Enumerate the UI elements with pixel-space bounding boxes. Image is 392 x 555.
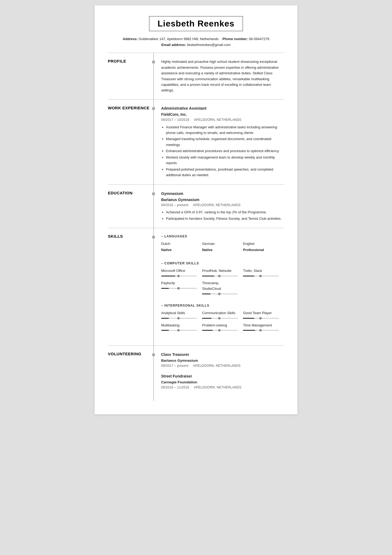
education-divider bbox=[153, 185, 154, 228]
skill-msoffice: Microsoft Office bbox=[161, 268, 202, 277]
vol-title-2: Street Fundraiser bbox=[161, 373, 284, 379]
skill-team-player-bar bbox=[243, 317, 279, 319]
skill-team-player-name: Good Team Player bbox=[243, 310, 279, 316]
skill-time-management-name: Time Management bbox=[243, 323, 279, 328]
skill-problem-solving-bar bbox=[202, 329, 238, 332]
skill-analytical-bar bbox=[161, 317, 197, 319]
skill-dutch: Dutch Native bbox=[161, 241, 202, 253]
vol-meta-2: 09/2016 – 11/2016 APELDOORN, NETHERLANDS bbox=[161, 385, 284, 390]
skill-paylocity-bar bbox=[161, 287, 197, 290]
profile-section: PROFILE Highly motivated and proactive h… bbox=[108, 53, 284, 99]
computer-skills-subsection: – COMPUTER SKILLS Microsoft Office bbox=[161, 261, 284, 298]
education-content: Gymnasium Barlaeus Gymnasium 09/2016 – p… bbox=[154, 185, 284, 228]
edu-school-1: Barlaeus Gymnasium bbox=[161, 197, 284, 203]
candidate-name: Liesbeth Reenkes bbox=[158, 19, 234, 29]
vol-org-2: Carnegie Foundation bbox=[161, 379, 284, 385]
skills-divider bbox=[153, 228, 154, 345]
skill-multitasking: Multitasking bbox=[161, 323, 202, 332]
vol-entry-1: Class Treasurer Barlaeus Gymnasium 09/20… bbox=[161, 352, 284, 368]
bullet-item: Enhanced administrative procedures and p… bbox=[166, 148, 284, 154]
skill-multitasking-name: Multitasking bbox=[161, 323, 197, 328]
skill-timecamp-bar bbox=[202, 293, 238, 295]
computer-skills-grid: Microsoft Office ProofHub, Netsuite bbox=[161, 268, 284, 298]
volunteering-label: VOLUNTEERING bbox=[108, 346, 153, 401]
job-title-1: Administrative Assistant bbox=[161, 105, 284, 111]
computer-skills-label: – COMPUTER SKILLS bbox=[161, 261, 284, 266]
skill-english-level: Professional bbox=[243, 247, 279, 253]
skill-msoffice-bar bbox=[161, 275, 197, 277]
edu-bullets-1: Achieved a GPA of 3.97, ranking in the t… bbox=[161, 209, 284, 221]
resume-container: Liesbeth Reenkes Address: Guldenakker 14… bbox=[95, 5, 297, 414]
volunteering-section: VOLUNTEERING Class Treasurer Barlaeus Gy… bbox=[108, 346, 284, 401]
skill-trello-name: Trello, Slack bbox=[243, 268, 279, 274]
languages-subsection: – LANGUAGES Dutch Native German Native E… bbox=[161, 234, 284, 256]
interpersonal-skills-label: – INTERPERSONAL SKILLS bbox=[161, 303, 284, 308]
skill-proofhub: ProofHub, Netsuite bbox=[202, 268, 243, 277]
skill-timecamp: Timecamp, StudioCloud bbox=[202, 280, 243, 295]
profile-text: Highly motivated and proactive high scho… bbox=[161, 59, 284, 93]
job-bullets-1: Assisted Finance Manager with administra… bbox=[161, 124, 284, 178]
languages-grid: Dutch Native German Native English Profe… bbox=[161, 241, 284, 256]
profile-label: PROFILE bbox=[108, 53, 153, 99]
interpersonal-skills-grid: Analytical Skills Communication Skills bbox=[161, 310, 284, 335]
skill-proofhub-bar bbox=[202, 275, 238, 277]
skill-proofhub-name: ProofHub, Netsuite bbox=[202, 268, 238, 274]
skill-german-level: Native bbox=[202, 247, 238, 253]
phone-label: Phone number: bbox=[222, 37, 248, 41]
skill-german: German Native bbox=[202, 241, 243, 253]
skill-problem-solving: Problem-solving bbox=[202, 323, 243, 332]
skill-msoffice-name: Microsoft Office bbox=[161, 268, 197, 274]
work-dot bbox=[152, 107, 155, 110]
skill-dutch-name: Dutch bbox=[161, 241, 197, 247]
interpersonal-skills-subsection: – INTERPERSONAL SKILLS Analytical Skills bbox=[161, 303, 284, 335]
skill-communication-bar bbox=[202, 317, 238, 319]
profile-content: Highly motivated and proactive high scho… bbox=[154, 53, 284, 99]
edu-degree-1: Gymnasium bbox=[161, 191, 284, 197]
skill-analytical: Analytical Skills bbox=[161, 310, 202, 319]
skill-team-player: Good Team Player bbox=[243, 310, 284, 319]
email-label: Email address: bbox=[161, 43, 186, 47]
vol-entry-2: Street Fundraiser Carnegie Foundation 09… bbox=[161, 373, 284, 390]
skill-communication-name: Communication Skills bbox=[202, 310, 238, 316]
skills-label: SKILLS bbox=[108, 228, 153, 345]
work-divider bbox=[153, 99, 154, 184]
work-experience-section: WORK EXPERIENCE Administrative Assistant… bbox=[108, 99, 284, 185]
skill-english: English Professional bbox=[243, 241, 284, 253]
bullet-item: Prepared polished presentations, proofre… bbox=[166, 167, 284, 178]
address-value: Guldenakker 147, Apeldoorn 9982 HW, Neth… bbox=[139, 37, 218, 41]
skill-german-name: German bbox=[202, 241, 238, 247]
vol-org-1: Barlaeus Gymnasium bbox=[161, 358, 284, 364]
education-label: EDUCATION bbox=[108, 185, 153, 228]
bullet-item: Managed traveling schedule, organized do… bbox=[166, 136, 284, 148]
profile-divider bbox=[153, 53, 154, 99]
bullet-item: Worked closely with management team to d… bbox=[166, 155, 284, 166]
languages-label: – LANGUAGES bbox=[161, 234, 284, 239]
bullet-item: Participated in Aerobics Society, Fitnes… bbox=[166, 216, 284, 221]
skill-analytical-name: Analytical Skills bbox=[161, 310, 197, 316]
email-value: liesbethreenkes@gmail.com bbox=[187, 43, 231, 47]
skill-communication: Communication Skills bbox=[202, 310, 243, 319]
resume-header: Liesbeth Reenkes bbox=[108, 16, 284, 31]
volunteering-content: Class Treasurer Barlaeus Gymnasium 09/20… bbox=[154, 346, 284, 401]
skill-dutch-level: Native bbox=[161, 247, 197, 253]
contact-info: Address: Guldenakker 147, Apeldoorn 9982… bbox=[108, 36, 284, 48]
education-section: EDUCATION Gymnasium Barlaeus Gymnasium 0… bbox=[108, 185, 284, 228]
skill-paylocity: Paylocity bbox=[161, 280, 202, 295]
skills-content: – LANGUAGES Dutch Native German Native E… bbox=[154, 228, 284, 345]
skill-time-management: Time Management bbox=[243, 323, 284, 332]
vol-meta-1: 09/2017 – present APELDOORN, NETHERLANDS bbox=[161, 363, 284, 368]
address-label: Address: bbox=[123, 37, 138, 41]
skill-problem-solving-name: Problem-solving bbox=[202, 323, 238, 328]
bullet-item: Assisted Finance Manager with administra… bbox=[166, 124, 284, 136]
skill-trello-bar bbox=[243, 275, 279, 277]
skills-section: SKILLS – LANGUAGES Dutch Native German N… bbox=[108, 228, 284, 346]
skill-timecamp-name: Timecamp, StudioCloud bbox=[202, 280, 238, 292]
volunteering-divider bbox=[153, 346, 154, 401]
bullet-item: Achieved a GPA of 3.97, ranking in the t… bbox=[166, 209, 284, 215]
work-content: Administrative Assistant FieldCore, Inc.… bbox=[154, 99, 284, 184]
company-name-1: FieldCore, Inc. bbox=[161, 111, 284, 117]
job-meta-1: 09/2017 – 10/2018 APELDOORN, NETHERLANDS bbox=[161, 117, 284, 122]
vol-title-1: Class Treasurer bbox=[161, 352, 284, 357]
edu-meta-1: 09/2016 – present APELDOORN, NETHERLANDS bbox=[161, 203, 284, 208]
phone-value: 06-58447276 bbox=[249, 37, 269, 41]
